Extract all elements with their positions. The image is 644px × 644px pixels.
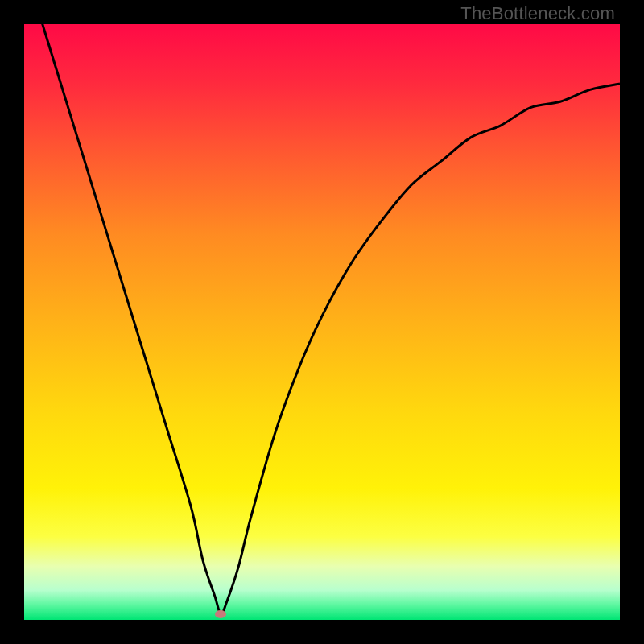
bottleneck-curve (24, 24, 620, 620)
optimum-marker (215, 610, 226, 618)
bottleneck-curve-path (24, 24, 620, 614)
watermark-text: TheBottleneck.com (460, 3, 615, 24)
chart-frame (24, 24, 620, 620)
